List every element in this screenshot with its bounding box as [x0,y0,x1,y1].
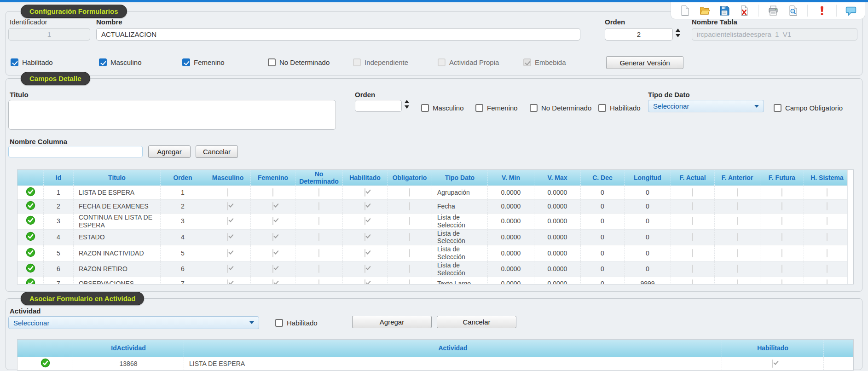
grid-checkbox-no-determinado [318,249,319,257]
checkbox-masculino[interactable]: Masculino [99,58,142,66]
activity-col-header[interactable]: Actividad [184,340,722,357]
cell-habilitado [722,357,824,371]
activity-col-header[interactable]: IdActividad [73,340,184,357]
cell-masculino [205,245,251,261]
checkbox-box[interactable] [11,58,18,66]
row-status-cell[interactable] [17,200,44,214]
cell-f-futura [760,200,804,214]
detalle-checkbox-femenino[interactable]: Femenino [475,104,518,112]
fields-col-header-icon[interactable] [17,170,44,186]
row-status-cell[interactable] [17,357,73,371]
spinner-up-icon[interactable] [405,100,409,103]
spinner-down-icon[interactable] [405,105,409,109]
fields-col-header[interactable]: V. Max [534,170,581,186]
checkbox-actividad-propia: Actividad Propia [438,58,499,66]
fields-col-header[interactable]: Id [44,170,74,186]
app-screen: Configuración Formularios Identificador … [0,0,868,371]
fields-col-header[interactable]: Femenino [251,170,295,186]
cell-titulo: ESTADO [74,229,161,245]
checkbox-box[interactable] [421,104,429,112]
asociar-checkbox-habilitado[interactable]: Habilitado [275,319,318,327]
fields-col-header[interactable]: Longitud [625,170,671,186]
fields-col-header[interactable]: Obligatorio [388,170,432,186]
fields-col-header[interactable]: Titulo [74,170,161,186]
tipo-de-dato-select[interactable]: Seleccionar [648,100,764,112]
row-status-cell[interactable] [17,261,44,277]
checkbox-box[interactable] [182,58,190,66]
checkbox-habilitado[interactable]: Habilitado [11,58,53,66]
print-icon[interactable] [768,5,779,16]
checkbox-femenino[interactable]: Femenino [182,58,225,66]
grid-checkbox-habilitado [772,359,773,368]
select-value: Seleccionar [13,319,49,327]
fields-table-row: 7OBSERVACIONES7Texto Largo0.00000.000009… [17,277,854,284]
fields-col-header[interactable]: F. Actual [671,170,715,186]
row-status-cell[interactable] [17,186,44,200]
grid-checkbox-obligatorio [409,188,410,197]
save-icon[interactable] [719,5,730,16]
delete-icon[interactable] [739,5,750,16]
fields-col-header[interactable]: Habilitado [343,170,388,186]
alert-icon[interactable] [816,5,827,16]
main-toolbar [671,2,865,19]
checkbox-campo-obligatorio[interactable]: Campo Obligatorio [774,104,843,112]
fields-col-header[interactable]: No Determinado [295,170,343,186]
row-status-cell[interactable] [17,277,44,284]
checkbox-box[interactable] [475,104,483,112]
cancelar-actividad-button[interactable]: Cancelar [437,316,516,328]
checkbox-box[interactable] [99,58,107,66]
checkbox-box[interactable] [774,104,781,112]
fields-table-row: 5RAZON INACTIVIDAD5Lista de Selección0.0… [17,245,854,261]
fields-col-header[interactable]: C. Dec [581,170,625,186]
grid-checkbox-habilitado [365,279,365,284]
detalle-checkbox-habilitado[interactable]: Habilitado [598,104,641,112]
actividad-select[interactable]: Seleccionar [8,316,259,329]
detalle-checkbox-masculino[interactable]: Masculino [421,104,464,112]
cell-habilitado [343,277,388,284]
checkbox-box[interactable] [275,319,283,327]
activity-col-header-icon[interactable] [17,340,73,357]
row-status-cell[interactable] [17,245,44,261]
preview-icon[interactable] [787,5,799,16]
fields-col-header[interactable]: F. Futura [760,170,804,186]
activity-col-header[interactable]: Habilitado [722,340,824,357]
checkbox-box[interactable] [598,104,606,112]
checkbox-no-determinado[interactable]: No Determinado [268,58,330,66]
cancelar-campo-button[interactable]: Cancelar [196,145,238,158]
detalle-orden-field[interactable] [355,100,402,112]
orden-field[interactable] [605,28,673,41]
fields-col-header[interactable]: V. Min [488,170,534,186]
checkbox-box[interactable] [268,58,276,66]
fields-col-header[interactable]: Orden [161,170,205,186]
nombre-columna-field[interactable] [8,146,143,157]
titulo-textarea[interactable] [8,100,336,130]
grid-checkbox-f-anterior [737,279,738,284]
fields-grid-header: IdTituloOrdenMasculinoFemeninoNo Determi… [17,170,854,186]
cell-obligatorio [388,186,432,200]
comment-icon[interactable] [845,5,856,16]
fields-col-header[interactable]: F. Anterior [715,170,760,186]
agregar-actividad-button[interactable]: Agregar [352,316,432,328]
agregar-campo-button[interactable]: Agregar [148,145,191,158]
spinner-down-icon[interactable] [676,34,680,37]
new-document-icon[interactable] [679,5,690,16]
fields-col-header[interactable]: H. Sistema [804,170,851,186]
grid-checkbox-no-determinado [318,188,319,197]
grid-checkbox-h-sistema [827,249,827,257]
open-folder-icon[interactable] [699,5,710,16]
nombre-field[interactable] [96,28,580,41]
activity-col-header-icon[interactable] [824,340,854,357]
cell-f-anterior [715,277,760,284]
cell-f-actual [671,245,715,261]
fields-col-header[interactable]: Tipo Dato [432,170,488,186]
row-status-cell[interactable] [17,214,44,230]
generar-version-button[interactable]: Generar Versión [606,56,683,69]
checkbox-box[interactable] [530,104,538,112]
spinner-up-icon[interactable] [676,29,680,32]
grid-checkbox-masculino [227,233,228,241]
row-ok-icon [26,215,35,225]
row-status-cell[interactable] [17,229,44,245]
cell-c-dec: 0 [581,214,625,230]
fields-col-header[interactable]: Masculino [205,170,251,186]
detalle-checkbox-no-determinado[interactable]: No Determinado [530,104,591,112]
